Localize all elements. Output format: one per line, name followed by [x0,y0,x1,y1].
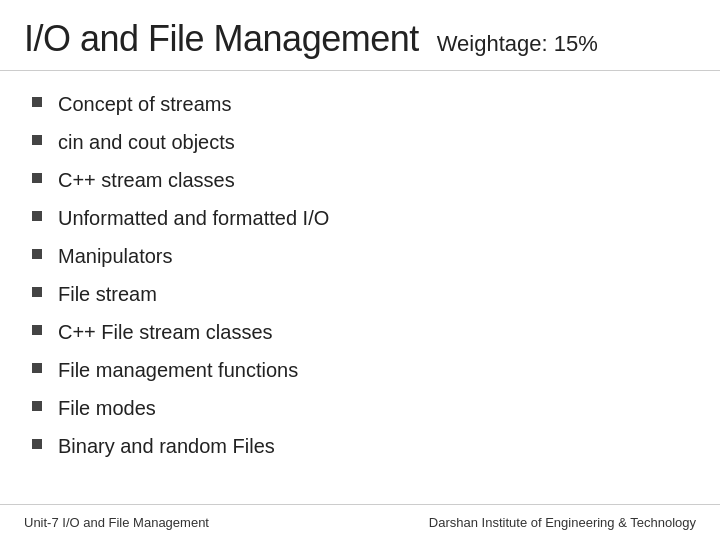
bullet-icon [32,439,42,449]
slide-header: I/O and File Management Weightage: 15% [0,0,720,71]
list-item: Unformatted and formatted I/O [32,199,688,237]
bullet-list: Concept of streamscin and cout objectsC+… [32,85,688,465]
list-item: cin and cout objects [32,123,688,161]
list-item-text: C++ File stream classes [58,318,273,346]
list-item: File modes [32,389,688,427]
list-item-text: cin and cout objects [58,128,235,156]
list-item-text: File stream [58,280,157,308]
slide-content: Concept of streamscin and cout objectsC+… [0,71,720,504]
list-item: File stream [32,275,688,313]
list-item: Binary and random Files [32,427,688,465]
bullet-icon [32,401,42,411]
bullet-icon [32,249,42,259]
footer-right-text: Darshan Institute of Engineering & Techn… [429,515,696,530]
list-item-text: Unformatted and formatted I/O [58,204,329,232]
list-item: Manipulators [32,237,688,275]
slide-footer: Unit-7 I/O and File Management Darshan I… [0,504,720,540]
list-item: File management functions [32,351,688,389]
list-item: C++ stream classes [32,161,688,199]
bullet-icon [32,325,42,335]
list-item-text: Binary and random Files [58,432,275,460]
list-item-text: File management functions [58,356,298,384]
bullet-icon [32,173,42,183]
slide: I/O and File Management Weightage: 15% C… [0,0,720,540]
footer-left-text: Unit-7 I/O and File Management [24,515,209,530]
bullet-icon [32,97,42,107]
list-item-text: Concept of streams [58,90,231,118]
slide-weightage: Weightage: 15% [437,31,598,57]
list-item-text: File modes [58,394,156,422]
list-item: C++ File stream classes [32,313,688,351]
bullet-icon [32,287,42,297]
bullet-icon [32,135,42,145]
list-item-text: Manipulators [58,242,173,270]
slide-title: I/O and File Management [24,18,419,60]
list-item: Concept of streams [32,85,688,123]
bullet-icon [32,363,42,373]
bullet-icon [32,211,42,221]
list-item-text: C++ stream classes [58,166,235,194]
